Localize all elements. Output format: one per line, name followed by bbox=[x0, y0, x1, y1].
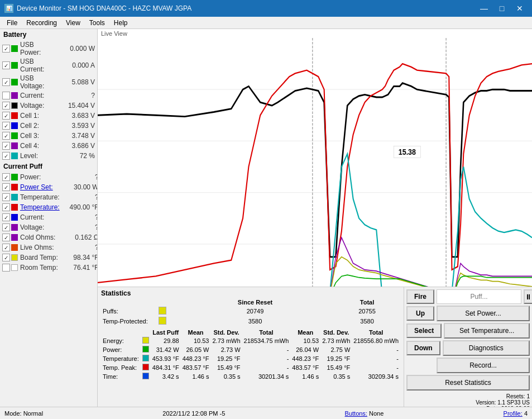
cp-voltage-color bbox=[11, 224, 18, 231]
fire-button[interactable]: Fire bbox=[406, 289, 434, 304]
cell3-row: Cell 3: 3.748 V bbox=[0, 131, 97, 141]
buttons-status: Buttons: None bbox=[345, 410, 384, 417]
window-title: Device Monitor - SM HOG DNA400C - HAZC M… bbox=[17, 4, 191, 12]
usb-current-value: 0.000 A bbox=[56, 61, 95, 69]
usb-power-checkbox[interactable] bbox=[2, 45, 10, 53]
menu-bar: File Recording View Tools Help bbox=[0, 17, 532, 29]
battery-usb-power-row: USB Power: 0.000 W bbox=[0, 40, 97, 57]
left-scroll-area[interactable]: Battery USB Power: 0.000 W USB Current: … bbox=[0, 29, 97, 407]
stats-summary-table: Since Reset Total Puffs: 20749 20755 bbox=[101, 298, 400, 326]
cell2-label: Cell 2: bbox=[20, 122, 56, 130]
usb-current-color bbox=[11, 62, 18, 69]
cp-current-checkbox[interactable] bbox=[2, 213, 10, 221]
cp-power-set-color bbox=[11, 184, 18, 191]
set-temp-button[interactable]: Set Temperature... bbox=[444, 323, 530, 339]
title-bar: 📊 Device Monitor - SM HOG DNA400C - HAZC… bbox=[0, 0, 532, 17]
power-std2: 2.75 W bbox=[320, 345, 352, 354]
time-total2: 30209.34 s bbox=[352, 372, 400, 381]
cp-temp-set-label[interactable]: Temperature: bbox=[20, 203, 60, 211]
energy-mean: 10.53 bbox=[181, 336, 211, 345]
usb-current-checkbox[interactable] bbox=[2, 61, 10, 69]
cell3-checkbox[interactable] bbox=[2, 132, 10, 140]
cp-temp-checkbox[interactable] bbox=[2, 193, 10, 201]
diagnostics-button[interactable]: Diagnostics bbox=[443, 340, 530, 356]
version-label: Version: 1.1 SP33 US bbox=[406, 399, 530, 406]
cp-power-set-label[interactable]: Power Set: bbox=[20, 183, 60, 191]
temp-total2: - bbox=[352, 354, 400, 363]
battery-current-color bbox=[11, 92, 18, 99]
menu-tools[interactable]: Tools bbox=[85, 18, 109, 28]
puff-pause-button[interactable]: ⏸ bbox=[524, 289, 532, 304]
cell3-color bbox=[11, 132, 18, 139]
cell2-row: Cell 2: 3.593 V bbox=[0, 121, 97, 131]
usb-power-color bbox=[11, 45, 18, 52]
power-std: 2.73 W bbox=[210, 345, 242, 354]
menu-recording[interactable]: Recording bbox=[22, 18, 61, 28]
usb-power-label: USB Power: bbox=[20, 41, 56, 56]
cell3-value: 3.748 V bbox=[56, 132, 95, 140]
cp-live-ohms-checkbox[interactable] bbox=[2, 244, 10, 251]
cp-power-set-checkbox[interactable] bbox=[2, 183, 10, 191]
down-diagnostics-row: Down Diagnostics bbox=[406, 340, 530, 356]
cp-board-temp-label: Board Temp: bbox=[20, 254, 60, 261]
down-button[interactable]: Down bbox=[406, 341, 440, 355]
app-window: 📊 Device Monitor - SM HOG DNA400C - HAZC… bbox=[0, 0, 532, 419]
time-stats-row: Time: 3.42 s 1.46 s 0.35 s 30201.34 s 1.… bbox=[101, 372, 400, 381]
profile-label[interactable]: Profile: bbox=[504, 410, 523, 417]
cp-power-checkbox[interactable] bbox=[2, 173, 10, 181]
power-label: Power: bbox=[101, 345, 141, 354]
current-puff-section-header: Current Puff bbox=[0, 161, 97, 172]
usb-voltage-checkbox[interactable] bbox=[2, 78, 10, 86]
cp-current-color bbox=[11, 214, 18, 221]
cell4-value: 3.686 V bbox=[56, 142, 95, 150]
level-label: Level: bbox=[20, 152, 56, 160]
menu-file[interactable]: File bbox=[2, 18, 22, 28]
menu-help[interactable]: Help bbox=[109, 18, 132, 28]
battery-current-row: Current: ? bbox=[0, 91, 97, 101]
cp-cold-ohms-checkbox[interactable] bbox=[2, 234, 10, 241]
menu-view[interactable]: View bbox=[61, 18, 85, 28]
maximize-button[interactable]: □ bbox=[494, 2, 510, 15]
time-mean2: 1.46 s bbox=[290, 372, 320, 381]
puff-input[interactable] bbox=[437, 289, 521, 304]
power-mean2: 26.04 W bbox=[290, 345, 320, 354]
cell4-checkbox[interactable] bbox=[2, 142, 10, 150]
cell4-label: Cell 4: bbox=[20, 142, 56, 150]
power-total2: - bbox=[352, 345, 400, 354]
energy-total2: 218556.80 mWh bbox=[352, 336, 400, 345]
reset-stats-button[interactable]: Reset Statistics bbox=[406, 375, 530, 391]
cell2-checkbox[interactable] bbox=[2, 122, 10, 130]
up-button[interactable]: Up bbox=[406, 306, 434, 321]
close-button[interactable]: ✕ bbox=[512, 2, 528, 15]
mode-label: Mode: Normal bbox=[4, 410, 43, 417]
level-checkbox[interactable] bbox=[2, 152, 10, 160]
set-power-button[interactable]: Set Power... bbox=[437, 306, 530, 321]
cp-power-value: ? bbox=[60, 173, 97, 181]
buttons-label[interactable]: Buttons: bbox=[345, 410, 367, 417]
battery-voltage-label: Voltage: bbox=[20, 102, 56, 109]
fire-puff-row: Fire ⏸ bbox=[406, 289, 530, 304]
select-button[interactable]: Select bbox=[406, 323, 442, 338]
energy-mean2: 10.53 bbox=[290, 336, 320, 345]
battery-current-checkbox[interactable] bbox=[2, 92, 10, 99]
buttons-value: None bbox=[369, 410, 384, 417]
chart-section: Live View bbox=[98, 29, 532, 287]
power-total: - bbox=[242, 345, 291, 354]
minimize-button[interactable]: — bbox=[476, 2, 492, 15]
cell1-checkbox[interactable] bbox=[2, 112, 10, 120]
battery-voltage-checkbox[interactable] bbox=[2, 102, 10, 109]
current-puff-rows-container: Power: ? Power Set: 30.00 W Temp bbox=[0, 172, 97, 273]
time-std: 0.35 s bbox=[210, 372, 242, 381]
right-section: Live View bbox=[98, 29, 532, 407]
cell4-row: Cell 4: 3.686 V bbox=[0, 141, 97, 151]
stats-section: Statistics Since Reset Total Puffs: bbox=[98, 287, 404, 407]
profile-value: 4 bbox=[524, 410, 528, 417]
button-panel: Fire ⏸ Up Set Power... Select S bbox=[404, 287, 532, 407]
cp-voltage-checkbox[interactable] bbox=[2, 223, 10, 231]
cp-room-temp-checkbox[interactable] bbox=[2, 264, 10, 272]
cp-temp-set-checkbox[interactable] bbox=[2, 203, 10, 211]
cell4-color bbox=[11, 142, 18, 149]
record-button[interactable]: Record... bbox=[437, 358, 530, 373]
cp-board-temp-checkbox[interactable] bbox=[2, 254, 10, 261]
battery-current-value: ? bbox=[56, 92, 95, 99]
